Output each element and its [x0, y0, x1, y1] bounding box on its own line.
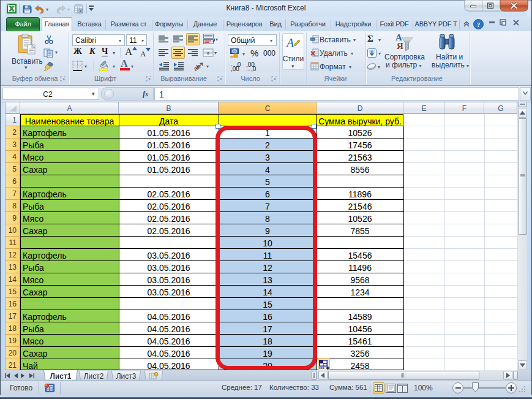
svg-text:A: A	[285, 36, 294, 50]
svg-text:ab: ab	[193, 63, 202, 71]
svg-text:Я: Я	[397, 41, 403, 51]
svg-text:a: a	[207, 51, 209, 55]
svg-text:?: ?	[477, 21, 481, 28]
